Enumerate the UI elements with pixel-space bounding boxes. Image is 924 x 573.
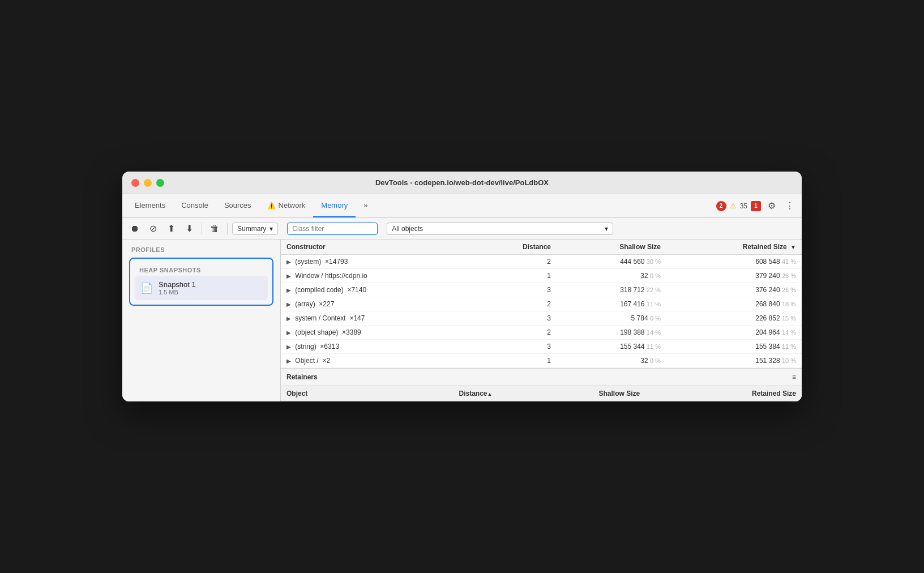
tab-network[interactable]: ⚠️ Network	[259, 194, 314, 217]
count-value: ×14793	[323, 258, 348, 266]
retainers-label: Retainers	[286, 373, 318, 381]
count-value: ×3389	[340, 328, 361, 336]
action-toolbar: ⏺ ⊘ ⬆ ⬇ 🗑 Summary ▾ All objects ▾	[122, 218, 802, 240]
table-row[interactable]: ▶ (string) ×6313 3 155 344 11 % 155 384 …	[281, 340, 802, 354]
devtools-window: DevTools - codepen.io/web-dot-dev/live/P…	[122, 172, 802, 401]
col-retained-size[interactable]: Retained Size ▼	[666, 240, 802, 255]
cell-retained: 226 852 15 %	[666, 311, 802, 326]
cell-retained: 204 964 14 %	[666, 326, 802, 340]
expand-icon[interactable]: ▶	[286, 315, 291, 322]
cell-constructor: ▶ (system) ×14793	[281, 255, 474, 269]
cell-distance: 3	[474, 311, 557, 326]
table-row[interactable]: ▶ (compiled code) ×7140 3 318 712 22 % 3…	[281, 283, 802, 297]
collect-garbage-button[interactable]: 🗑	[207, 221, 223, 237]
all-objects-dropdown[interactable]: All objects ▾	[387, 223, 613, 235]
expand-icon[interactable]: ▶	[286, 344, 291, 350]
titlebar: DevTools - codepen.io/web-dot-dev/live/P…	[122, 172, 802, 194]
constructor-name: (array)	[295, 300, 315, 308]
more-options-button[interactable]: ⋮	[782, 199, 797, 213]
ret-col-distance[interactable]: Distance▲	[372, 386, 498, 401]
toolbar-badges: 2 ⚠ 35 1 ⚙ ⋮	[716, 199, 797, 213]
warning-count: 35	[740, 202, 747, 210]
cell-constructor: ▶ Window / https://cdpn.io	[281, 269, 474, 283]
tab-elements[interactable]: Elements	[127, 194, 173, 217]
table-row[interactable]: ▶ system / Context ×147 3 5 784 0 % 226 …	[281, 311, 802, 326]
table-row[interactable]: ▶ Object / ×2 1 32 0 % 151 328 10 %	[281, 354, 802, 368]
settings-button[interactable]: ⚙	[764, 199, 779, 213]
retainers-table-header: Object Distance▲ Shallow Size Retained S…	[281, 386, 802, 401]
cell-retained: 155 384 11 %	[666, 340, 802, 354]
heap-table[interactable]: Constructor Distance Shallow Size Retain…	[281, 240, 802, 368]
constructor-name: (system)	[295, 258, 321, 266]
constructor-name: Window / https://cdpn.io	[295, 272, 367, 280]
expand-icon[interactable]: ▶	[286, 273, 291, 279]
retainers-menu-icon[interactable]: ≡	[792, 373, 796, 381]
count-value: ×6313	[318, 343, 339, 350]
table-row[interactable]: ▶ Window / https://cdpn.io 1 32 0 % 379 …	[281, 269, 802, 283]
table-row[interactable]: ▶ (system) ×14793 2 444 560 30 % 608 548…	[281, 255, 802, 269]
cell-shallow: 318 712 22 %	[557, 283, 666, 297]
tab-memory[interactable]: Memory	[313, 194, 356, 217]
cell-shallow: 5 784 0 %	[557, 311, 666, 326]
cell-retained: 379 240 26 %	[666, 269, 802, 283]
class-filter-input[interactable]	[287, 223, 378, 235]
tab-sources[interactable]: Sources	[216, 194, 259, 217]
download-button[interactable]: ⬇	[181, 221, 197, 237]
expand-icon[interactable]: ▶	[286, 259, 291, 265]
record-button[interactable]: ⏺	[127, 221, 143, 237]
constructor-name: (object shape)	[295, 328, 338, 336]
cell-distance: 1	[474, 269, 557, 283]
cell-shallow: 167 416 11 %	[557, 297, 666, 311]
count-value: ×147	[348, 314, 365, 322]
expand-icon[interactable]: ▶	[286, 301, 291, 307]
info-badge[interactable]: 1	[751, 201, 761, 211]
retainers-section: Retainers ≡ Object Distance▲ Shallow Siz…	[281, 368, 802, 401]
sidebar: Profiles HEAP SNAPSHOTS 📄 Snapshot 1 1.5…	[122, 240, 281, 401]
heap-snapshots-box: HEAP SNAPSHOTS 📄 Snapshot 1 1.5 MB	[129, 258, 273, 306]
clear-button[interactable]: ⊘	[145, 221, 161, 237]
constructor-name: (compiled code)	[295, 286, 343, 294]
table-header-row: Constructor Distance Shallow Size Retain…	[281, 240, 802, 255]
cell-distance: 1	[474, 354, 557, 368]
tab-bar: Elements Console Sources ⚠️ Network Memo…	[122, 194, 802, 218]
traffic-lights	[131, 179, 164, 187]
upload-button[interactable]: ⬆	[163, 221, 179, 237]
ret-col-object[interactable]: Object	[281, 386, 372, 401]
sidebar-title: Profiles	[129, 246, 273, 253]
count-value: ×2	[320, 357, 330, 365]
tab-console[interactable]: Console	[173, 194, 216, 217]
summary-dropdown[interactable]: Summary ▾	[232, 223, 278, 235]
window-title: DevTools - codepen.io/web-dot-dev/live/P…	[375, 178, 549, 187]
dropdown-arrow-icon: ▾	[270, 225, 273, 233]
table-row[interactable]: ▶ (array) ×227 2 167 416 11 % 268 840 18…	[281, 297, 802, 311]
cell-distance: 3	[474, 283, 557, 297]
cell-retained: 608 548 41 %	[666, 255, 802, 269]
snapshot-file-icon: 📄	[140, 282, 153, 294]
constructor-name: system / Context	[295, 314, 345, 322]
maximize-button[interactable]	[156, 179, 164, 187]
table-body: ▶ (system) ×14793 2 444 560 30 % 608 548…	[281, 255, 802, 368]
cell-distance: 2	[474, 255, 557, 269]
cell-constructor: ▶ (array) ×227	[281, 297, 474, 311]
data-panel: Constructor Distance Shallow Size Retain…	[281, 240, 802, 401]
constructor-name: Object /	[295, 357, 318, 365]
retainers-header: Retainers ≡	[281, 369, 802, 386]
minimize-button[interactable]	[144, 179, 152, 187]
snapshot-name: Snapshot 1	[159, 280, 196, 289]
cell-constructor: ▶ (object shape) ×3389	[281, 326, 474, 340]
network-warning-icon: ⚠️	[267, 202, 276, 209]
table-row[interactable]: ▶ (object shape) ×3389 2 198 388 14 % 20…	[281, 326, 802, 340]
expand-icon[interactable]: ▶	[286, 358, 291, 364]
col-distance[interactable]: Distance	[474, 240, 557, 255]
expand-icon[interactable]: ▶	[286, 287, 291, 293]
error-badge[interactable]: 2	[716, 201, 726, 211]
tab-more[interactable]: »	[356, 194, 375, 217]
col-constructor[interactable]: Constructor	[281, 240, 474, 255]
cell-shallow: 155 344 11 %	[557, 340, 666, 354]
col-shallow-size[interactable]: Shallow Size	[557, 240, 666, 255]
close-button[interactable]	[131, 179, 139, 187]
snapshot-item[interactable]: 📄 Snapshot 1 1.5 MB	[135, 276, 268, 300]
ret-col-shallow[interactable]: Shallow Size	[498, 386, 645, 401]
expand-icon[interactable]: ▶	[286, 330, 291, 336]
ret-col-retained[interactable]: Retained Size	[645, 386, 802, 401]
